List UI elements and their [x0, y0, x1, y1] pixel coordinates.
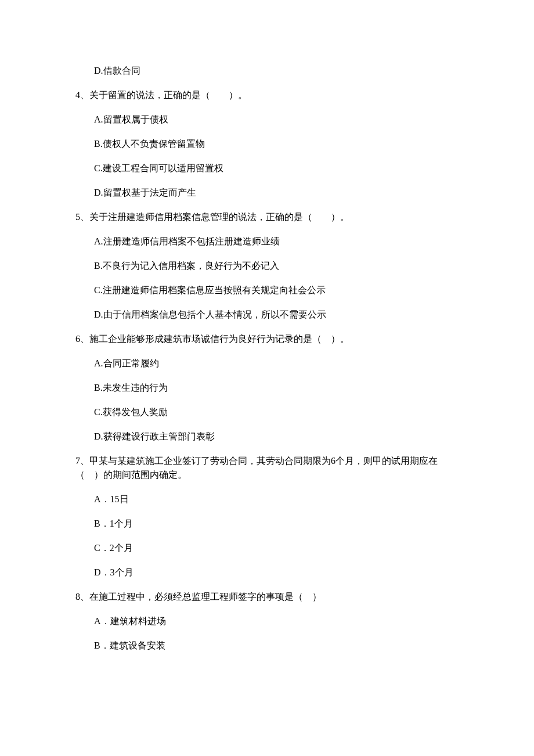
- option-c: C.获得发包人奖励: [94, 405, 459, 419]
- options-group: A.留置权属于债权 B.债权人不负责保管留置物 C.建设工程合同可以适用留置权 …: [75, 113, 459, 200]
- option-d: D．3个月: [94, 566, 459, 579]
- option-b: B．1个月: [94, 517, 459, 531]
- option-a: A．建筑材料进场: [94, 614, 459, 628]
- option-a: A.合同正常履约: [94, 357, 459, 370]
- option-d: D.留置权基于法定而产生: [94, 186, 459, 200]
- question-8: 8、在施工过程中，必须经总监理工程师签字的事项是（ ） A．建筑材料进场 B．建…: [75, 590, 459, 653]
- option-b: B.不良行为记入信用档案，良好行为不必记入: [94, 259, 459, 273]
- option-b: B.未发生违的行为: [94, 381, 459, 395]
- question-stem: 5、关于注册建造师信用档案信息管理的说法，正确的是（ ）。: [75, 210, 459, 224]
- options-group: A.注册建造师信用档案不包括注册建造师业绩 B.不良行为记入信用档案，良好行为不…: [75, 235, 459, 322]
- question-stem: 7、甲某与某建筑施工企业签订了劳动合同，其劳动合同期限为6个月，则甲的试用期应在…: [75, 454, 459, 482]
- option-d-orphan: D.借款合同: [75, 64, 459, 78]
- question-4: 4、关于留置的说法，正确的是（ ）。 A.留置权属于债权 B.债权人不负责保管留…: [75, 88, 459, 200]
- option-a: A.留置权属于债权: [94, 113, 459, 127]
- option-d: D.由于信用档案信息包括个人基本情况，所以不需要公示: [94, 308, 459, 322]
- question-5: 5、关于注册建造师信用档案信息管理的说法，正确的是（ ）。 A.注册建造师信用档…: [75, 210, 459, 322]
- option-d: D.获得建设行政主管部门表彰: [94, 430, 459, 444]
- option-c: C.注册建造师信用档案信息应当按照有关规定向社会公示: [94, 283, 459, 297]
- stem-line-1: 7、甲某与某建筑施工企业签订了劳动合同，其劳动合同期限为6个月，则甲的试用期应在: [75, 456, 438, 466]
- question-stem: 4、关于留置的说法，正确的是（ ）。: [75, 88, 459, 102]
- question-7: 7、甲某与某建筑施工企业签订了劳动合同，其劳动合同期限为6个月，则甲的试用期应在…: [75, 454, 459, 579]
- option-b: B．建筑设备安装: [94, 639, 459, 653]
- options-group: A．建筑材料进场 B．建筑设备安装: [75, 614, 459, 653]
- options-group: A.合同正常履约 B.未发生违的行为 C.获得发包人奖励 D.获得建设行政主管部…: [75, 357, 459, 444]
- question-stem: 6、施工企业能够形成建筑市场诚信行为良好行为记录的是（ ）。: [75, 332, 459, 346]
- option-a: A．15日: [94, 492, 459, 506]
- option-a: A.注册建造师信用档案不包括注册建造师业绩: [94, 235, 459, 249]
- question-stem: 8、在施工过程中，必须经总监理工程师签字的事项是（ ）: [75, 590, 459, 604]
- option-b: B.债权人不负责保管留置物: [94, 137, 459, 151]
- option-c: C.建设工程合同可以适用留置权: [94, 161, 459, 175]
- option-c: C．2个月: [94, 541, 459, 555]
- stem-line-2: （ ）的期间范围内确定。: [75, 470, 187, 480]
- question-6: 6、施工企业能够形成建筑市场诚信行为良好行为记录的是（ ）。 A.合同正常履约 …: [75, 332, 459, 444]
- options-group: A．15日 B．1个月 C．2个月 D．3个月: [75, 492, 459, 579]
- document-page: D.借款合同 4、关于留置的说法，正确的是（ ）。 A.留置权属于债权 B.债权…: [0, 0, 534, 696]
